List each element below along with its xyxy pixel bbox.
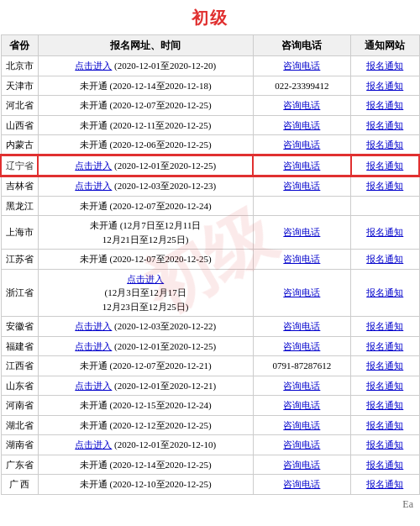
province-cell: 江西省 — [1, 356, 38, 376]
reg-link[interactable]: 点击进入 — [127, 274, 164, 284]
phone-link[interactable]: 咨询电话 — [283, 100, 320, 110]
province-cell: 广 西 — [1, 475, 38, 495]
phone-link[interactable]: 咨询电话 — [283, 120, 320, 130]
reg-time: (2020-12-01至2020-12-10) — [112, 439, 216, 450]
phone-cell: 咨询电话 — [253, 376, 350, 396]
phone-link[interactable]: 咨询电话 — [283, 139, 320, 150]
province-cell: 河南省 — [1, 396, 38, 416]
table-row: 吉林省点击进入 (2020-12-03至2020-12-23)咨询电话报名通知 — [1, 176, 419, 196]
reg-time: (2020-12-01至2020-12-25) — [112, 341, 216, 351]
phone-link[interactable]: 咨询电话 — [283, 341, 320, 351]
registration-cell: 未开通 (2020-12-07至2020-12-24) — [38, 196, 253, 216]
phone-link[interactable]: 咨询电话 — [283, 160, 320, 171]
notice-link[interactable]: 报名通知 — [366, 420, 403, 430]
reg-status: 未开通 — [80, 420, 108, 430]
province-cell: 天津市 — [1, 76, 38, 96]
table-row: 山东省点击进入 (2020-12-01至2020-12-21)咨询电话报名通知 — [1, 376, 419, 396]
table-row: 河北省未开通 (2020-12-07至2020-12-25)咨询电话报名通知 — [1, 96, 419, 116]
notice-cell: 报名通知 — [351, 155, 419, 176]
notice-cell: 报名通知 — [351, 269, 419, 317]
notice-cell: 报名通知 — [351, 56, 419, 76]
notice-link[interactable]: 报名通知 — [366, 227, 403, 237]
phone-number: 022-23399412 — [275, 81, 328, 91]
table-row: 湖南省点击进入 (2020-12-01至2020-12-10)咨询电话报名通知 — [1, 435, 419, 455]
phone-link[interactable]: 咨询电话 — [283, 227, 320, 237]
notice-link[interactable]: 报名通知 — [366, 321, 403, 331]
reg-status: 未开通 — [80, 100, 108, 110]
reg-time: (2020-12-14至2020-12-25) — [108, 460, 212, 470]
phone-link[interactable]: 咨询电话 — [283, 381, 320, 391]
registration-cell: 点击进入 (2020-12-03至2020-12-22) — [38, 317, 253, 337]
table-row: 上海市未开通 (12月7日至12月11日 12月21日至12月25日)咨询电话报… — [1, 216, 419, 250]
header-registration: 报名网址、时间 — [38, 35, 253, 56]
header-province: 省份 — [1, 35, 38, 56]
reg-status: 未开通 — [80, 254, 108, 264]
notice-cell: 报名通知 — [351, 435, 419, 455]
reg-status: 未开通 — [80, 460, 108, 470]
phone-cell: 咨询电话 — [253, 250, 350, 270]
province-cell: 河北省 — [1, 96, 38, 116]
notice-link[interactable]: 报名通知 — [366, 479, 403, 489]
phone-link[interactable]: 咨询电话 — [283, 479, 320, 489]
phone-cell: 022-23399412 — [253, 76, 350, 96]
phone-link[interactable]: 咨询电话 — [283, 321, 320, 331]
province-cell: 广东省 — [1, 455, 38, 475]
phone-link[interactable]: 咨询电话 — [283, 254, 320, 264]
reg-link[interactable]: 点击进入 — [75, 341, 112, 351]
registration-cell: 未开通 (12月7日至12月11日 12月21日至12月25日) — [38, 216, 253, 250]
notice-link[interactable]: 报名通知 — [366, 120, 403, 130]
reg-time: (2020-12-10至2020-12-25) — [108, 479, 212, 489]
phone-link[interactable]: 咨询电话 — [283, 400, 320, 410]
notice-cell: 报名通知 — [351, 356, 419, 376]
phone-cell: 0791-87287612 — [253, 356, 350, 376]
notice-link[interactable]: 报名通知 — [366, 381, 403, 391]
header-notice: 通知网站 — [351, 35, 419, 56]
reg-time: (2020-12-07至2020-12-21) — [108, 360, 212, 371]
notice-link[interactable]: 报名通知 — [366, 341, 403, 351]
reg-link[interactable]: 点击进入 — [75, 439, 112, 450]
notice-link[interactable]: 报名通知 — [366, 439, 403, 450]
phone-cell: 咨询电话 — [253, 435, 350, 455]
notice-cell: 报名通知 — [351, 96, 419, 116]
phone-cell: 咨询电话 — [253, 155, 350, 176]
header-phone: 咨询电话 — [253, 35, 350, 56]
reg-link[interactable]: 点击进入 — [75, 60, 112, 71]
notice-link[interactable]: 报名通知 — [366, 181, 403, 191]
reg-link[interactable]: 点击进入 — [75, 381, 112, 391]
phone-link[interactable]: 咨询电话 — [283, 420, 320, 430]
notice-link[interactable]: 报名通知 — [366, 139, 403, 150]
reg-link[interactable]: 点击进入 — [75, 160, 112, 171]
phone-link[interactable]: 咨询电话 — [283, 181, 320, 191]
table-row: 安徽省点击进入 (2020-12-03至2020-12-22)咨询电话报名通知 — [1, 317, 419, 337]
notice-cell: 报名通知 — [351, 475, 419, 495]
registration-cell: 点击进入 (2020-12-03至2020-12-23) — [38, 176, 253, 196]
phone-link[interactable]: 咨询电话 — [283, 287, 320, 297]
notice-link[interactable]: 报名通知 — [366, 460, 403, 470]
notice-link[interactable]: 报名通知 — [366, 160, 403, 171]
phone-link[interactable]: 咨询电话 — [283, 460, 320, 470]
phone-cell: 咨询电话 — [253, 115, 350, 135]
phone-cell: 咨询电话 — [253, 176, 350, 196]
notice-cell: 报名通知 — [351, 250, 419, 270]
table-row: 湖北省未开通 (2020-12-12至2020-12-25)咨询电话报名通知 — [1, 415, 419, 435]
notice-link[interactable]: 报名通知 — [366, 287, 403, 297]
phone-link[interactable]: 咨询电话 — [283, 439, 320, 450]
notice-link[interactable]: 报名通知 — [366, 60, 403, 71]
reg-time: (12月3日至12月17日 12月23日至12月25日) — [102, 287, 189, 312]
notice-link[interactable]: 报名通知 — [366, 400, 403, 410]
reg-time: (2020-12-11至2020-12-25) — [108, 120, 211, 130]
phone-link[interactable]: 咨询电话 — [283, 60, 320, 71]
notice-link[interactable]: 报名通知 — [366, 254, 403, 264]
province-cell: 湖南省 — [1, 435, 38, 455]
notice-cell: 报名通知 — [351, 216, 419, 250]
phone-cell: 咨询电话 — [253, 135, 350, 155]
phone-cell: 咨询电话 — [253, 96, 350, 116]
registration-cell: 未开通 (2020-12-14至2020-12-18) — [38, 76, 253, 96]
reg-link[interactable]: 点击进入 — [75, 321, 112, 331]
notice-link[interactable]: 报名通知 — [366, 81, 403, 91]
reg-status: 未开通 — [80, 479, 108, 489]
notice-link[interactable]: 报名通知 — [366, 360, 403, 371]
registration-cell: 点击进入 (2020-12-01至2020-12-20) — [38, 56, 253, 76]
reg-link[interactable]: 点击进入 — [75, 181, 112, 191]
notice-link[interactable]: 报名通知 — [366, 100, 403, 110]
